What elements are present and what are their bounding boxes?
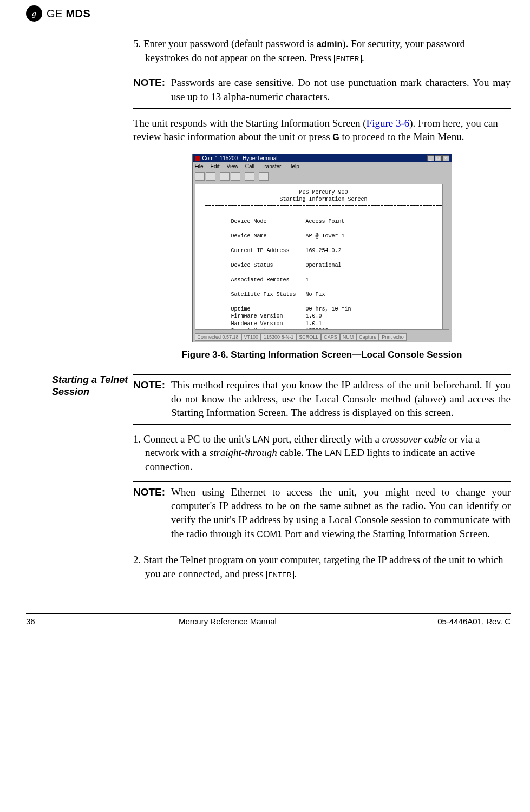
tool-icon[interactable] <box>220 172 230 181</box>
straight-through: straight-through <box>210 447 277 458</box>
page-footer: 36 Mercury Reference Manual 05-4446A01, … <box>26 616 511 627</box>
step-5-num: 5. <box>133 38 141 49</box>
menubar[interactable]: File Edit View Call Transfer Help <box>193 162 452 171</box>
key-g: G <box>332 132 339 142</box>
menu-edit[interactable]: Edit <box>210 163 219 169</box>
step-2: 2. Start the Telnet program on your comp… <box>133 553 511 580</box>
enter-key: ENTER <box>334 55 362 63</box>
resp-c: to proceed to the Main Menu. <box>339 131 464 142</box>
menu-file[interactable]: File <box>195 163 204 169</box>
note-body: When using Ethernet to access the unit, … <box>171 485 511 541</box>
step-1-a: Connect a PC to the unit's <box>143 433 253 445</box>
enter-key: ENTER <box>266 571 294 579</box>
status-caps: CAPS <box>321 333 340 341</box>
lan-label: LAN <box>253 434 270 444</box>
page-header: g GE MDS <box>26 5 511 22</box>
menu-help[interactable]: Help <box>288 163 299 169</box>
tool-icon[interactable] <box>245 172 254 181</box>
resp-a: The unit responds with the Starting Info… <box>133 117 367 129</box>
scrollbar[interactable] <box>442 184 449 329</box>
lan-label-2: LAN <box>325 448 342 458</box>
doc-id: 05-4446A01, Rev. C <box>402 616 511 627</box>
manual-title: Mercury Reference Manual <box>53 616 402 627</box>
figure-caption: Figure 3-6. Starting Information Screen—… <box>133 349 511 361</box>
tool-icon[interactable] <box>259 172 269 181</box>
ge-logo-icon: g <box>26 5 42 22</box>
tool-icon[interactable] <box>195 172 205 181</box>
response-para: The unit responds with the Starting Info… <box>133 116 511 144</box>
window-title: Com 1 115200 - HyperTerminal <box>202 155 278 162</box>
menu-view[interactable]: View <box>226 163 238 169</box>
menu-transfer[interactable]: Transfer <box>261 163 282 169</box>
status-scroll: SCROLL <box>296 333 321 341</box>
maximize-icon[interactable]: □ <box>435 155 442 161</box>
page-number: 36 <box>26 616 53 627</box>
close-icon[interactable]: × <box>442 155 449 161</box>
step-2-num: 2. <box>133 554 141 565</box>
note-label: NOTE: <box>133 485 167 541</box>
step-1-num: 1. <box>133 433 141 445</box>
ge-monogram: g <box>32 8 36 19</box>
tool-icon[interactable] <box>231 172 240 181</box>
menu-call[interactable]: Call <box>245 163 254 169</box>
brand-mds: MDS <box>66 8 90 19</box>
step-5-a: Enter your password (default password is <box>143 38 317 49</box>
note-telnet-ip: NOTE: This method requires that you know… <box>133 374 511 425</box>
brand-ge: GE <box>47 8 63 19</box>
window-titlebar: Com 1 115200 - HyperTerminal _ □ × <box>193 154 452 163</box>
status-printecho: Print echo <box>379 333 407 341</box>
step-1: 1. Connect a PC to the unit's LAN port, … <box>133 432 511 474</box>
brand: GE MDS <box>47 6 90 21</box>
step-5-c: . <box>362 52 364 63</box>
crossover-cable: crossover cable <box>382 433 447 445</box>
note3-b: Port and viewing the Starting Informatio… <box>282 528 490 539</box>
statusbar: Connected 0:57:18 VT100 115200 8-N-1 SCR… <box>193 332 452 342</box>
figure-link[interactable]: Figure 3-6 <box>367 117 410 129</box>
toolbar <box>193 171 452 182</box>
com1-label: COM1 <box>257 529 282 539</box>
terminal-output: MDS Mercury 900 Starting Information Scr… <box>195 184 449 330</box>
step-2-b: . <box>294 568 297 579</box>
step-1-d: cable. The <box>277 447 325 458</box>
note-body: Passwords are case sensitive. Do not use… <box>171 76 511 103</box>
status-capture: Capture <box>356 333 379 341</box>
note-label: NOTE: <box>133 76 167 103</box>
hyperterminal-window: Com 1 115200 - HyperTerminal _ □ × File … <box>192 154 452 342</box>
step-5: 5. Enter your password (default password… <box>133 37 511 64</box>
status-num: NUM <box>340 333 357 341</box>
margin-heading-telnet: Starting a Telnet Session <box>52 374 149 398</box>
step-1-b: port, either directly with a <box>270 433 382 445</box>
default-password: admin <box>317 39 343 49</box>
step-2-a: Start the Telnet program on your compute… <box>143 554 503 579</box>
tool-icon[interactable] <box>206 172 215 181</box>
note-body: This method requires that you know the I… <box>171 378 511 420</box>
app-icon <box>195 156 200 161</box>
minimize-icon[interactable]: _ <box>427 155 434 161</box>
footer-rule <box>26 613 511 614</box>
note-ethernet: NOTE: When using Ethernet to access the … <box>133 481 511 546</box>
note-passwords: NOTE: Passwords are case sensitive. Do n… <box>133 72 511 108</box>
status-connected: Connected 0:57:18 <box>195 333 241 341</box>
status-baud: 115200 8-N-1 <box>261 333 296 341</box>
status-vt: VT100 <box>241 333 261 341</box>
